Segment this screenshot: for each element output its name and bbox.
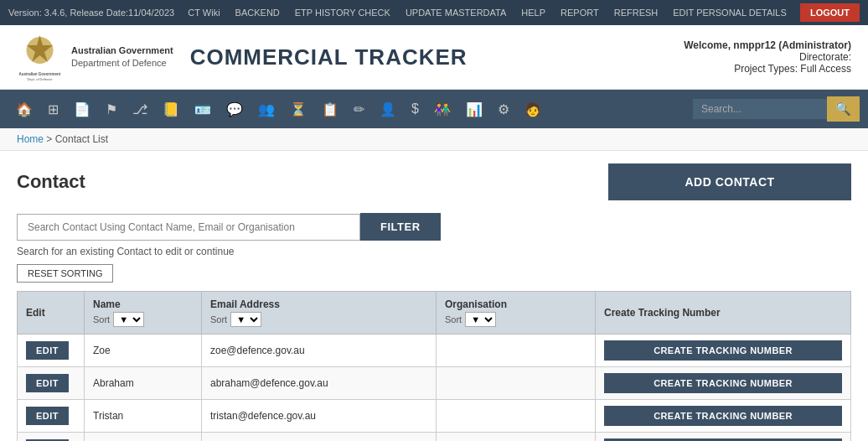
app-title: COMMERCIAL TRACKER bbox=[190, 44, 468, 70]
breadcrumb: Home > Contact List bbox=[0, 128, 868, 151]
tracking-cell-1: CREATE TRACKING NUMBER bbox=[596, 367, 851, 400]
edit-button-2[interactable]: EDIT bbox=[26, 407, 69, 425]
version-text: Version: 3.4.6, Release Date:11/04/2023 bbox=[8, 8, 174, 18]
backend-link[interactable]: BACKEND bbox=[229, 4, 287, 21]
table-row: EDIT Abraham abraham@defence.gov.au CREA… bbox=[18, 367, 851, 400]
contact-table-body: EDIT Zoe zoe@defence.gov.au CREATE TRACK… bbox=[18, 335, 851, 442]
edit-cell-3: EDIT bbox=[18, 433, 85, 442]
name-cell-0: Zoe bbox=[85, 335, 202, 367]
help-link[interactable]: HELP bbox=[514, 4, 552, 21]
name-cell-1: Abraham bbox=[85, 367, 202, 400]
col-header-tracking: Create Tracking Number bbox=[596, 292, 851, 335]
email-cell-2: tristan@defence.gov.au bbox=[202, 400, 437, 433]
etp-history-link[interactable]: ETP HISTORY CHECK bbox=[288, 4, 397, 21]
edit-cell-0: EDIT bbox=[18, 335, 85, 367]
main-content: Contact ADD CONTACT FILTER Search for an… bbox=[0, 151, 868, 441]
welcome-area: Welcome, nmppr12 (Administrator) Directo… bbox=[684, 39, 851, 75]
email-cell-0: zoe@defence.gov.au bbox=[202, 335, 437, 367]
tracking-cell-3: CREATE TRACKING NUMBER bbox=[596, 433, 851, 442]
home-icon[interactable]: 🏠 bbox=[8, 96, 40, 122]
hourglass-icon[interactable]: ⏳ bbox=[282, 96, 314, 122]
edit-cell-2: EDIT bbox=[18, 400, 85, 433]
search-area: FILTER Search for an existing Contact to… bbox=[17, 213, 851, 283]
svg-text:Australian Government: Australian Government bbox=[19, 72, 61, 76]
people-icon[interactable]: 👫 bbox=[426, 96, 458, 122]
project-types-label: Project Types: Full Access bbox=[684, 63, 851, 75]
org-cell-3 bbox=[437, 433, 596, 442]
org-sort-select[interactable]: ▼ ▲ bbox=[465, 312, 496, 327]
update-masterdata-link[interactable]: UPDATE MASTERDATA bbox=[399, 4, 513, 21]
create-tracking-button-1[interactable]: CREATE TRACKING NUMBER bbox=[604, 373, 842, 393]
edit-personal-link[interactable]: EDIT PERSONAL DETAILS bbox=[666, 4, 793, 21]
org-sort-label: Sort bbox=[445, 314, 462, 324]
col-header-org: Organisation Sort ▼ ▲ bbox=[437, 292, 596, 335]
email-sort-label: Sort bbox=[210, 314, 227, 324]
icon-toolbar: 🏠 ⊞ 📄 ⚑ ⎇ 📒 🪪 💬 👥 ⏳ 📋 ✏ 👤 $ 👫 📊 ⚙ 🧑 🔍 bbox=[0, 90, 868, 128]
create-tracking-button-0[interactable]: CREATE TRACKING NUMBER bbox=[604, 340, 842, 361]
directorate-label: Directorate: bbox=[684, 51, 851, 63]
chat-icon[interactable]: 💬 bbox=[219, 96, 251, 122]
person-icon[interactable]: 👤 bbox=[372, 96, 404, 122]
home-breadcrumb-link[interactable]: Home bbox=[17, 133, 44, 145]
email-sort-select[interactable]: ▼ ▲ bbox=[230, 312, 261, 327]
table-row: EDIT Zoe zoe@defence.gov.au CREATE TRACK… bbox=[18, 335, 851, 367]
create-tracking-button-2[interactable]: CREATE TRACKING NUMBER bbox=[604, 406, 842, 426]
edit-doc-icon[interactable]: ✏ bbox=[346, 96, 372, 122]
person2-icon[interactable]: 🧑 bbox=[517, 96, 549, 122]
chart-icon[interactable]: 📊 bbox=[458, 96, 490, 122]
edit-button-0[interactable]: EDIT bbox=[26, 341, 69, 360]
org-cell-0 bbox=[437, 335, 596, 367]
book-icon[interactable]: 📒 bbox=[155, 96, 187, 122]
group-icon[interactable]: 👥 bbox=[251, 96, 282, 122]
contact-table: Edit Name Sort ▼ ▲ Email Address bbox=[17, 291, 851, 441]
grid-icon[interactable]: ⊞ bbox=[40, 96, 66, 122]
top-nav-links: CT Wiki BACKEND ETP HISTORY CHECK UPDATE… bbox=[181, 4, 793, 21]
hierarchy-icon[interactable]: ⎇ bbox=[125, 96, 155, 122]
name-sort-select[interactable]: ▼ ▲ bbox=[113, 312, 144, 327]
name-cell-2: Tristan bbox=[85, 400, 202, 433]
welcome-text: Welcome, nmppr12 (Administrator) bbox=[684, 39, 851, 51]
settings-icon[interactable]: ⚙ bbox=[490, 96, 517, 122]
name-cell-3: Oprah bbox=[85, 433, 202, 442]
table-row: EDIT Oprah oprah@defence.gov.au CREATE T… bbox=[18, 433, 851, 442]
flag-icon[interactable]: ⚑ bbox=[98, 96, 125, 122]
refresh-link[interactable]: REFRESH bbox=[607, 4, 665, 21]
ct-wiki-link[interactable]: CT Wiki bbox=[181, 4, 226, 21]
breadcrumb-current: Contact List bbox=[55, 133, 108, 145]
id-card-icon[interactable]: 🪪 bbox=[187, 96, 219, 122]
search-hint: Search for an existing Contact to edit o… bbox=[17, 246, 851, 257]
name-sort-label: Sort bbox=[93, 314, 110, 324]
col-header-email: Email Address Sort ▼ ▲ bbox=[202, 292, 437, 335]
top-navigation-bar: Version: 3.4.6, Release Date:11/04/2023 … bbox=[0, 0, 868, 25]
email-cell-3: oprah@defence.gov.au bbox=[202, 433, 437, 442]
add-contact-button[interactable]: ADD CONTACT bbox=[608, 163, 851, 200]
filter-button[interactable]: FILTER bbox=[360, 213, 441, 241]
tracking-cell-0: CREATE TRACKING NUMBER bbox=[596, 335, 851, 367]
report-link[interactable]: REPORT bbox=[554, 4, 606, 21]
org-cell-2 bbox=[437, 400, 596, 433]
edit-cell-1: EDIT bbox=[18, 367, 85, 400]
dollar-icon[interactable]: $ bbox=[404, 96, 426, 122]
contact-search-input[interactable] bbox=[17, 214, 360, 241]
table-row: EDIT Tristan tristan@defence.gov.au CREA… bbox=[18, 400, 851, 433]
toolbar-search-area: 🔍 bbox=[693, 96, 860, 122]
app-header: Australian Government Dept. of Defence A… bbox=[0, 25, 868, 90]
contact-header-row: Contact ADD CONTACT bbox=[17, 163, 851, 200]
edit-button-1[interactable]: EDIT bbox=[26, 374, 69, 392]
toolbar-search-input[interactable] bbox=[693, 99, 827, 119]
email-cell-1: abraham@defence.gov.au bbox=[202, 367, 437, 400]
toolbar-search-button[interactable]: 🔍 bbox=[827, 96, 860, 122]
document-icon[interactable]: 📄 bbox=[66, 96, 98, 122]
search-filter-row: FILTER bbox=[17, 213, 851, 241]
breadcrumb-separator: > bbox=[44, 133, 55, 145]
logo-area: Australian Government Dept. of Defence A… bbox=[17, 32, 173, 82]
page-title: Contact bbox=[17, 171, 85, 193]
list-icon[interactable]: 📋 bbox=[314, 96, 346, 122]
org-cell-1 bbox=[437, 367, 596, 400]
reset-sorting-button[interactable]: RESET SORTING bbox=[17, 264, 113, 283]
government-crest: Australian Government Dept. of Defence bbox=[17, 32, 63, 82]
svg-text:Dept. of Defence: Dept. of Defence bbox=[27, 77, 53, 81]
col-header-edit: Edit bbox=[18, 292, 85, 335]
logout-button[interactable]: LOGOUT bbox=[800, 3, 860, 22]
col-header-name: Name Sort ▼ ▲ bbox=[85, 292, 202, 335]
